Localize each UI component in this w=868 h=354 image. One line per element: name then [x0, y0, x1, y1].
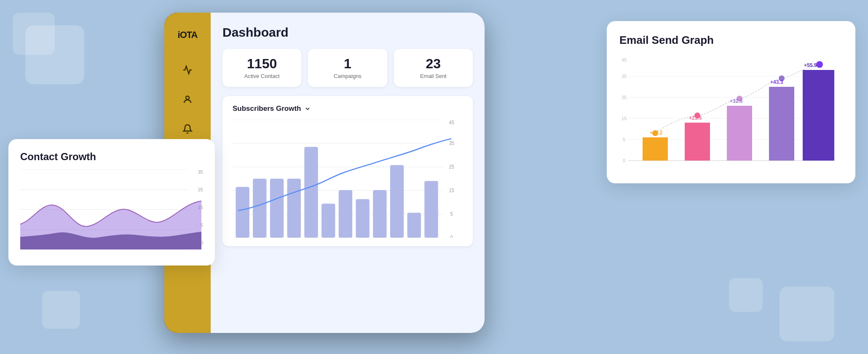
email-graph-chart: 0 5 15 25 35 45 +12.2 [619, 55, 843, 173]
bell-icon[interactable] [179, 121, 196, 137]
svg-rect-18 [321, 204, 335, 238]
contact-growth-svg [20, 169, 201, 249]
subscribers-svg: 0 5 15 25 35 45 [233, 120, 463, 238]
svg-rect-16 [287, 179, 301, 238]
svg-rect-13 [236, 187, 249, 238]
activity-icon[interactable] [179, 62, 196, 78]
svg-text:0: 0 [623, 158, 625, 163]
user-icon[interactable] [179, 91, 196, 108]
contact-growth-chart: 0 5 15 25 35 [20, 169, 203, 262]
svg-text:25: 25 [449, 164, 455, 170]
svg-text:+43.3: +43.3 [770, 79, 783, 85]
chart-title: Subscribers Growth [233, 105, 301, 113]
svg-text:45: 45 [449, 120, 455, 126]
bg-shape-3 [42, 291, 80, 329]
svg-text:45: 45 [622, 57, 627, 62]
svg-text:25: 25 [622, 95, 627, 100]
chart-dropdown[interactable] [304, 105, 311, 112]
svg-rect-21 [373, 190, 386, 238]
contact-growth-card: Contact Growth 0 5 15 25 35 [8, 139, 215, 266]
svg-rect-23 [407, 213, 421, 238]
svg-text:5: 5 [623, 137, 625, 142]
dashboard-title: Dashboard [222, 25, 473, 40]
svg-rect-46 [803, 70, 834, 161]
svg-rect-22 [390, 165, 404, 238]
svg-rect-14 [253, 179, 266, 238]
contact-growth-title: Contact Growth [20, 151, 203, 163]
bg-shape-2 [25, 25, 84, 84]
svg-text:0: 0 [450, 235, 453, 238]
svg-text:15: 15 [449, 188, 455, 194]
active-contact-number: 1150 [231, 56, 293, 71]
stats-row: 1150 Active Contact 1 Campaigns 23 Email… [222, 49, 473, 87]
svg-rect-17 [304, 147, 318, 238]
svg-text:35: 35 [622, 74, 627, 79]
active-contact-label: Active Contact [231, 73, 293, 79]
email-graph-card: Email Send Graph 0 5 15 25 35 45 [607, 21, 855, 183]
svg-text:+12.2: +12.2 [650, 130, 663, 136]
bg-shape-5 [729, 278, 763, 312]
svg-text:15: 15 [622, 116, 627, 121]
svg-rect-42 [643, 137, 668, 161]
chart-header: Subscribers Growth [233, 105, 463, 113]
main-content: Dashboard 1150 Active Contact 1 Campaign… [211, 13, 485, 333]
stat-card-active-contact: 1150 Active Contact [222, 49, 301, 87]
sidebar-logo: iOTA [178, 30, 198, 40]
stat-card-campaigns: 1 Campaigns [308, 49, 387, 87]
svg-rect-15 [270, 179, 284, 238]
email-graph-svg: 0 5 15 25 35 45 +12.2 [619, 55, 843, 173]
email-sent-number: 23 [402, 56, 464, 71]
svg-text:+55.5: +55.5 [804, 62, 817, 68]
svg-text:35: 35 [449, 140, 455, 147]
email-graph-title: Email Send Graph [619, 34, 843, 47]
svg-text:5: 5 [450, 211, 453, 217]
subscribers-chart-card: Subscribers Growth [222, 96, 473, 246]
svg-rect-43 [685, 123, 710, 161]
svg-text:+32.5: +32.5 [730, 98, 743, 104]
subscribers-chart: 0 5 15 25 35 45 [233, 120, 463, 238]
svg-rect-45 [769, 87, 794, 161]
campaigns-label: Campaigns [316, 73, 378, 79]
svg-rect-24 [424, 181, 438, 238]
svg-point-51 [816, 61, 823, 68]
campaigns-number: 1 [316, 56, 378, 71]
svg-rect-44 [727, 106, 752, 161]
bg-shape-7 [780, 287, 834, 341]
email-sent-label: Email Sent [402, 73, 464, 79]
svg-point-5 [186, 96, 189, 99]
svg-text:+23.5: +23.5 [689, 115, 702, 121]
stat-card-email-sent: 23 Email Sent [394, 49, 473, 87]
svg-rect-20 [356, 199, 369, 238]
svg-rect-19 [339, 190, 352, 238]
